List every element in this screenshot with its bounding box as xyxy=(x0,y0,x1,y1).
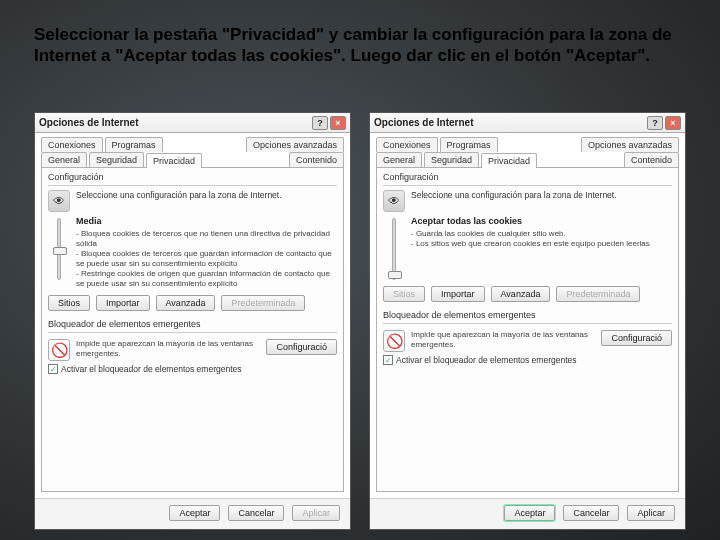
tab-conexiones[interactable]: Conexiones xyxy=(41,137,103,152)
popup-block-icon: 🚫 xyxy=(383,330,405,352)
close-icon[interactable]: × xyxy=(665,116,681,130)
divider xyxy=(383,185,672,186)
dialog-pair: Opciones de Internet ? × Conexiones Prog… xyxy=(34,112,686,530)
activate-popup-blocker-checkbox[interactable]: ✓ xyxy=(48,364,58,374)
tab-programas[interactable]: Programas xyxy=(105,137,163,152)
tabs: Conexiones Programas Opciones avanzadas … xyxy=(370,133,685,167)
divider xyxy=(383,323,672,324)
sitios-button[interactable]: Sitios xyxy=(48,295,90,311)
titlebar: Opciones de Internet ? × xyxy=(370,113,685,133)
privacy-slider[interactable] xyxy=(392,218,396,280)
popup-config-button[interactable]: Configuració xyxy=(601,330,672,346)
tabs: Conexiones Programas Opciones avanzadas … xyxy=(35,133,350,167)
popup-config-button[interactable]: Configuració xyxy=(266,339,337,355)
tab-privacidad[interactable]: Privacidad xyxy=(481,153,537,168)
activate-popup-blocker-label: Activar el bloqueador de elementos emerg… xyxy=(396,355,577,365)
tab-seguridad[interactable]: Seguridad xyxy=(424,152,479,167)
help-icon[interactable]: ? xyxy=(312,116,328,130)
titlebar: Opciones de Internet ? × xyxy=(35,113,350,133)
group-config-label: Configuración xyxy=(48,172,337,182)
tab-seguridad[interactable]: Seguridad xyxy=(89,152,144,167)
help-icon[interactable]: ? xyxy=(647,116,663,130)
aceptar-button[interactable]: Aceptar xyxy=(169,505,220,521)
privacy-slider[interactable] xyxy=(57,218,61,280)
dialog-footer: Aceptar Cancelar Aplicar xyxy=(35,498,350,529)
popup-desc: Impide que aparezcan la mayoría de las v… xyxy=(76,339,260,358)
group-popup-label: Bloqueador de elementos emergentes xyxy=(48,319,337,329)
privacy-level-title: Aceptar todas las cookies xyxy=(411,216,672,227)
popup-desc: Impide que aparezcan la mayoría de las v… xyxy=(411,330,595,349)
privacy-level-desc: - Guarda las cookies de cualquier sitio … xyxy=(411,229,672,249)
avanzada-button[interactable]: Avanzada xyxy=(491,286,551,302)
tab-opciones-avanzadas[interactable]: Opciones avanzadas xyxy=(581,137,679,152)
slider-thumb[interactable] xyxy=(53,247,67,255)
activate-popup-blocker-checkbox[interactable]: ✓ xyxy=(383,355,393,365)
importar-button[interactable]: Importar xyxy=(431,286,485,302)
tab-contenido[interactable]: Contenido xyxy=(624,152,679,167)
config-description: Seleccione una configuración para la zon… xyxy=(411,190,617,212)
slider-thumb[interactable] xyxy=(388,271,402,279)
aceptar-button[interactable]: Aceptar xyxy=(504,505,555,521)
tab-general[interactable]: General xyxy=(376,152,422,167)
predeterminada-button: Predeterminada xyxy=(221,295,305,311)
internet-options-dialog-after: Opciones de Internet ? × Conexiones Prog… xyxy=(369,112,686,530)
privacy-level-desc: - Bloquea cookies de terceros que no tie… xyxy=(76,229,337,289)
divider xyxy=(48,332,337,333)
privacy-globe-icon: 👁 xyxy=(383,190,405,212)
privacy-level-title: Media xyxy=(76,216,337,227)
window-title: Opciones de Internet xyxy=(39,117,138,128)
instruction-text: Seleccionar la pestaña "Privacidad" y ca… xyxy=(34,24,686,67)
window-title: Opciones de Internet xyxy=(374,117,473,128)
tab-general[interactable]: General xyxy=(41,152,87,167)
dialog-footer: Aceptar Cancelar Aplicar xyxy=(370,498,685,529)
divider xyxy=(48,185,337,186)
sitios-button: Sitios xyxy=(383,286,425,302)
tab-panel: Configuración 👁 Seleccione una configura… xyxy=(376,167,679,492)
group-config-label: Configuración xyxy=(383,172,672,182)
tab-contenido[interactable]: Contenido xyxy=(289,152,344,167)
tab-programas[interactable]: Programas xyxy=(440,137,498,152)
privacy-globe-icon: 👁 xyxy=(48,190,70,212)
tab-privacidad[interactable]: Privacidad xyxy=(146,153,202,168)
aplicar-button: Aplicar xyxy=(292,505,340,521)
activate-popup-blocker-label: Activar el bloqueador de elementos emerg… xyxy=(61,364,242,374)
cancelar-button[interactable]: Cancelar xyxy=(563,505,619,521)
group-popup-label: Bloqueador de elementos emergentes xyxy=(383,310,672,320)
aplicar-button[interactable]: Aplicar xyxy=(627,505,675,521)
popup-block-icon: 🚫 xyxy=(48,339,70,361)
tab-opciones-avanzadas[interactable]: Opciones avanzadas xyxy=(246,137,344,152)
internet-options-dialog-before: Opciones de Internet ? × Conexiones Prog… xyxy=(34,112,351,530)
importar-button[interactable]: Importar xyxy=(96,295,150,311)
tab-panel: Configuración 👁 Seleccione una configura… xyxy=(41,167,344,492)
avanzada-button[interactable]: Avanzada xyxy=(156,295,216,311)
tab-conexiones[interactable]: Conexiones xyxy=(376,137,438,152)
close-icon[interactable]: × xyxy=(330,116,346,130)
config-description: Seleccione una configuración para la zon… xyxy=(76,190,282,212)
cancelar-button[interactable]: Cancelar xyxy=(228,505,284,521)
predeterminada-button: Predeterminada xyxy=(556,286,640,302)
